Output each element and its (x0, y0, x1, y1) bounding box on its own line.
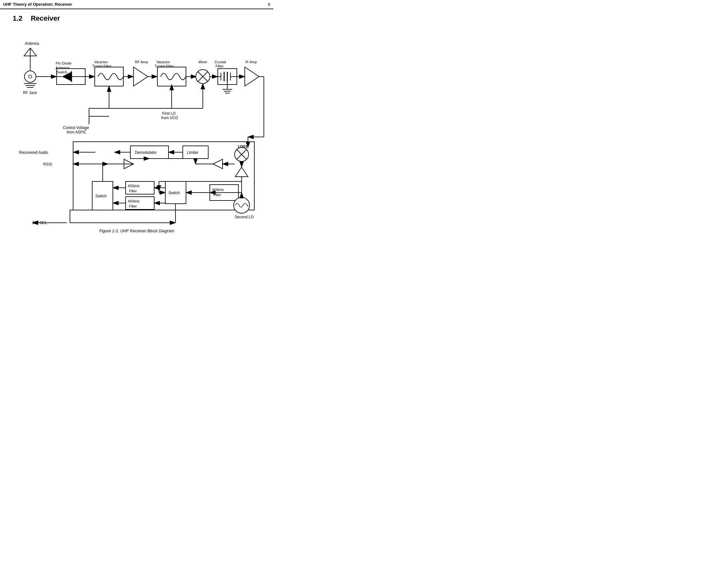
switch2-label: Switch (168, 191, 180, 195)
demodulator-label: Demodulator (135, 150, 157, 155)
svg-text:Filter: Filter (216, 64, 224, 68)
rf-jack-label: RF Jack (23, 91, 37, 95)
filter455-3-label: 455kHz (212, 188, 224, 192)
svg-line-5 (24, 48, 30, 56)
svg-line-6 (30, 48, 37, 56)
second-lo-label: Second LO (235, 215, 254, 219)
svg-text:Filter: Filter (129, 189, 137, 193)
antenna-label: Antenna (25, 41, 39, 46)
svg-text:Tuned Filter: Tuned Filter (155, 64, 174, 68)
varactor1-label: Varactor (94, 60, 108, 64)
first-lo-label: First LO (162, 111, 176, 116)
varactor2-label: Varactor (156, 60, 170, 64)
crystal-label: Crystal (215, 60, 226, 64)
svg-text:from ASFIC: from ASFIC (67, 130, 86, 134)
control-voltage-label: Control Voltage (63, 126, 89, 130)
figure-caption: Figure 1-2. UHF Receiver Block Diagram (3, 229, 270, 233)
svg-marker-26 (134, 67, 148, 86)
mixer-label: Mixer (198, 60, 207, 64)
if-amp-label: IF Amp (245, 60, 257, 64)
page-header: UHF Theory of Operation: Receiver 9 (0, 0, 273, 9)
svg-text:Filter: Filter (129, 204, 137, 208)
recovered-audio-label: Recovered Audio (19, 150, 48, 155)
block-diagram: Antenna RF Jack Pin Diode (6, 29, 267, 226)
svg-text:Tuned Filter: Tuned Filter (92, 64, 112, 68)
svg-rect-23 (95, 67, 123, 86)
svg-marker-49 (245, 67, 259, 86)
svg-rect-28 (157, 67, 186, 86)
filter455-2-label: 455kHz (128, 199, 140, 203)
rssi-label: RSSI (43, 162, 52, 167)
switch1-label: Switch (95, 194, 106, 198)
limiter-label: Limiter (187, 150, 198, 155)
filter455-1-label: 455kHz (128, 184, 140, 188)
header-title: UHF Theory of Operation: Receiver (3, 2, 72, 7)
svg-text:Filter: Filter (213, 193, 221, 197)
svg-point-9 (29, 75, 32, 78)
page-number: 9 (268, 2, 270, 7)
svg-text:Switch: Switch (57, 70, 67, 74)
diagram-container: Antenna RF Jack Pin Diode (6, 29, 267, 226)
pin-diode-label: Pin Diode (56, 61, 72, 65)
section-title: 1.2 Receiver (13, 14, 270, 23)
svg-text:Antenna: Antenna (56, 66, 69, 70)
rf-amp-label: RF Amp (135, 60, 148, 64)
svg-text:from VCO: from VCO (161, 116, 178, 120)
